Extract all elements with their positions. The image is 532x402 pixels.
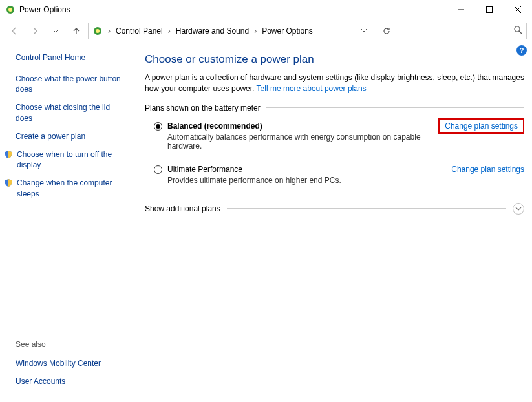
forward-button[interactable] <box>26 22 44 40</box>
search-box[interactable] <box>399 23 527 39</box>
nav-bar: › Control Panel › Hardware and Sound › P… <box>0 19 532 43</box>
control-panel-home-link[interactable]: Control Panel Home <box>16 53 128 62</box>
plan-description: Automatically balances performance with … <box>167 132 438 151</box>
sidebar-link-create-plan[interactable]: Create a power plan <box>16 131 128 142</box>
recent-dropdown[interactable] <box>47 22 65 40</box>
svg-point-8 <box>515 26 520 32</box>
help-icon[interactable]: ? <box>516 45 527 56</box>
power-plan-balanced: Balanced (recommended) Automatically bal… <box>145 119 524 157</box>
breadcrumb-dropdown[interactable] <box>357 26 371 36</box>
svg-point-7 <box>96 29 100 33</box>
refresh-button[interactable] <box>377 23 396 39</box>
plan-radio-ultimate[interactable] <box>154 165 162 174</box>
close-button[interactable] <box>504 0 532 19</box>
title-bar: Power Options <box>0 0 532 19</box>
maximize-button[interactable] <box>475 0 504 19</box>
power-plan-ultimate: Ultimate Performance Provides ultimate p… <box>145 162 524 191</box>
main-content: ? Choose or customize a power plan A pow… <box>136 43 532 402</box>
divider <box>227 208 506 209</box>
sidebar-link-computer-sleeps[interactable]: Change when the computer sleeps <box>4 178 128 198</box>
crumb-hardware-sound[interactable]: Hardware and Sound <box>173 26 251 36</box>
change-plan-settings-link[interactable]: Change plan settings <box>451 165 524 174</box>
page-heading: Choose or customize a power plan <box>145 53 524 66</box>
sidebar-link-turn-off-display[interactable]: Choose when to turn off the display <box>4 149 128 170</box>
sidebar-link-closing-lid[interactable]: Choose what closing the lid does <box>16 102 128 123</box>
svg-rect-3 <box>487 6 493 12</box>
expand-button[interactable] <box>513 203 524 215</box>
shield-icon <box>4 178 13 187</box>
sidebar-item-label: Change when the computer sleeps <box>17 178 128 198</box>
minimize-button[interactable] <box>447 0 475 19</box>
plan-name[interactable]: Ultimate Performance <box>167 165 451 174</box>
seealso-mobility-center[interactable]: Windows Mobility Center <box>16 358 128 368</box>
show-additional-plans-row: Show additional plans <box>145 203 524 215</box>
app-icon <box>5 5 16 15</box>
breadcrumb-bar[interactable]: › Control Panel › Hardware and Sound › P… <box>88 23 374 39</box>
expand-label: Show additional plans <box>145 204 220 213</box>
page-description: A power plan is a collection of hardware… <box>145 72 524 94</box>
plan-name[interactable]: Balanced (recommended) <box>167 122 438 131</box>
chevron-right-icon: › <box>167 26 172 36</box>
chevron-right-icon: › <box>253 26 258 36</box>
location-icon <box>92 26 103 36</box>
back-button[interactable] <box>5 22 23 40</box>
shield-icon <box>4 150 13 159</box>
up-button[interactable] <box>67 22 85 40</box>
plan-description: Provides ultimate performance on higher … <box>167 176 451 185</box>
divider <box>266 107 524 108</box>
svg-line-9 <box>519 31 522 34</box>
chevron-right-icon: › <box>107 26 112 36</box>
crumb-control-panel[interactable]: Control Panel <box>113 26 165 36</box>
window-title: Power Options <box>19 5 447 14</box>
change-plan-settings-link[interactable]: Change plan settings <box>438 118 524 134</box>
crumb-power-options[interactable]: Power Options <box>259 26 315 36</box>
svg-point-1 <box>8 8 12 12</box>
see-also-heading: See also <box>16 340 128 349</box>
search-icon[interactable] <box>514 26 522 36</box>
plan-radio-balanced[interactable] <box>154 122 162 131</box>
sidebar-link-power-button[interactable]: Choose what the power button does <box>16 74 128 94</box>
sidebar: Control Panel Home Choose what the power… <box>0 43 136 402</box>
sidebar-item-label: Choose when to turn off the display <box>17 149 128 170</box>
plans-section-label: Plans shown on the battery meter <box>145 103 524 112</box>
tell-me-more-link[interactable]: Tell me more about power plans <box>257 84 367 93</box>
seealso-user-accounts[interactable]: User Accounts <box>16 376 128 386</box>
search-input[interactable] <box>403 26 514 36</box>
